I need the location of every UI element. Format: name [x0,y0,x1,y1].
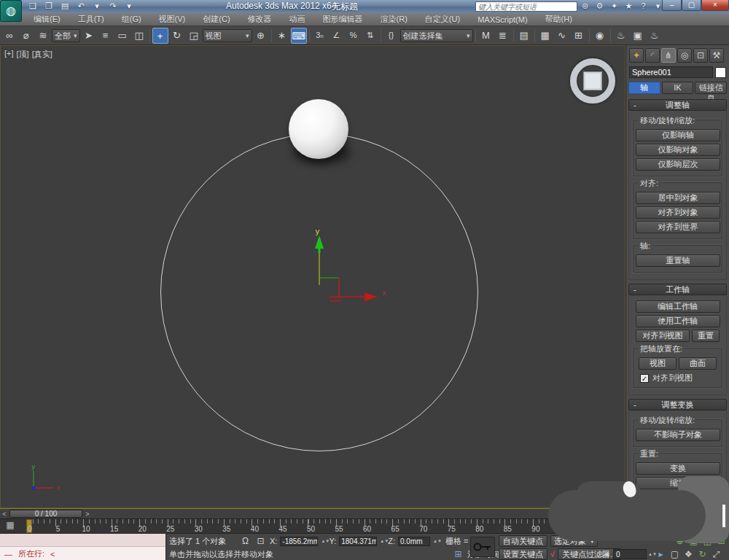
material-editor-icon[interactable]: ◉ [592,28,608,44]
reset-pivot-button[interactable]: 重置轴 [636,254,720,267]
render-production-icon[interactable]: ♨ [647,28,663,44]
maximize-viewport-icon[interactable]: ⤢ [710,548,722,560]
spinner-snap-icon[interactable]: ⇅ [362,28,378,44]
trackbar-next-icon[interactable]: > [83,510,92,518]
use-pivot-center-icon[interactable]: ⊕ [253,28,269,44]
object-name-field[interactable]: Sphere001 [629,66,713,78]
maximize-button[interactable]: ▢ [682,0,701,11]
select-and-link-icon[interactable]: ∞ [1,28,17,44]
tab-utilities-icon[interactable]: ⚒ [709,48,724,63]
z-spinner[interactable]: ▲▼ [433,539,438,543]
keyboard-override-icon[interactable]: ⌨ [291,28,307,44]
named-selection-sets-dropdown[interactable]: 创建选择集 ▾ [400,29,473,42]
key-filter-check-icon[interactable]: √ [550,550,555,559]
redo-dropdown-icon[interactable]: ▾ [122,1,136,12]
viewport-top[interactable]: [+] [顶] [真实] y x y [0,45,625,508]
menu-item-7[interactable]: 图形编辑器 [314,14,372,25]
select-and-rotate-icon[interactable]: ↻ [169,28,185,44]
edit-working-pivot-button[interactable]: 编辑工作轴 [636,300,720,313]
viewcube[interactable] [570,58,615,104]
save-file-icon[interactable]: ▤ [58,1,71,12]
menu-item-0[interactable]: 编辑(E) [25,14,69,25]
sphere-object[interactable] [289,99,348,159]
set-key-button[interactable]: 设置关键点 [499,548,547,560]
select-and-manipulate-icon[interactable]: ∗ [274,28,290,44]
curve-editor-icon[interactable]: ∿ [554,28,570,44]
communication-center-icon[interactable]: ✦ [609,1,620,12]
reset-transform-button[interactable]: 变换 [636,462,720,475]
infocenter-search-input[interactable] [475,1,577,12]
key-mode-toggle-icon[interactable]: ▸ [655,548,667,560]
mirror-icon[interactable]: M [478,28,494,44]
align-to-object-button[interactable]: 对齐到对象 [636,206,720,219]
trackbar-prev-icon[interactable]: < [0,510,9,518]
menu-item-8[interactable]: 渲染(R) [372,14,416,25]
tab-display-icon[interactable]: ⊡ [693,48,708,63]
z-coordinate-field[interactable]: 0.0mm [398,537,430,546]
subtab-ik[interactable]: IK [662,82,694,94]
angle-snap-icon[interactable]: ∠ [329,28,345,44]
pan-hand-icon[interactable]: ❖ [682,548,695,560]
listener-input-row[interactable] [0,534,165,547]
viewport-menu-general[interactable]: [+] [4,49,14,60]
rectangular-selection-icon[interactable]: ▭ [114,28,130,44]
bind-to-spacewarp-icon[interactable]: ≋ [35,28,51,44]
auto-key-button[interactable]: 自动关键点 [499,535,547,547]
search-icon[interactable]: ⊚ [580,1,590,12]
rollout-adjust-transform-header[interactable]: - 调整变换 [628,399,727,411]
close-button[interactable]: × [701,0,729,11]
favorites-icon[interactable]: ★ [623,1,634,12]
panel-scrollbar[interactable] [722,505,725,527]
selection-lock-icon[interactable]: Ω [239,535,252,547]
help-icon[interactable]: ? [638,1,649,12]
edit-named-selection-sets-icon[interactable]: {} [383,28,399,44]
subtab-link-info[interactable]: 链接信息 [695,82,727,94]
region-zoom-icon[interactable]: ▢ [668,548,681,560]
y-coordinate-field[interactable]: 1804.371mm [339,537,377,546]
align-to-view-checkbox[interactable]: ✓ [640,374,649,383]
open-file-icon[interactable]: ❒ [42,1,55,12]
set-keys-button[interactable] [470,537,495,557]
layer-manager-icon[interactable]: ▤ [516,28,532,44]
timeline-menu-icon[interactable]: ▦ [2,518,18,532]
use-working-pivot-button[interactable]: 使用工作轴 [636,315,720,327]
render-setup-icon[interactable]: ♨ [613,28,629,44]
select-object-icon[interactable]: ➤ [81,28,97,44]
app-menu-button[interactable]: ◍ [0,0,22,22]
tab-modify-icon[interactable]: ◜ [645,48,660,63]
select-and-scale-icon[interactable]: ◲ [186,28,202,44]
menu-item-3[interactable]: 视图(V) [150,14,195,25]
viewport-menu-view[interactable]: [顶] [17,49,29,60]
tab-create-icon[interactable]: ✦ [629,48,644,63]
menu-item-1[interactable]: 工具(T) [69,14,113,25]
maxscript-mini-listener[interactable]: — 所在行: < [0,534,166,560]
schematic-view-icon[interactable]: ⊞ [571,28,587,44]
place-pivot-surface-button[interactable]: 曲面 [679,357,717,370]
object-color-swatch[interactable] [715,67,726,78]
new-file-icon[interactable]: ❏ [26,1,39,12]
frame-spinner[interactable]: ▲▼ [648,552,653,556]
rollout-working-pivot-header[interactable]: - 工作轴 [628,284,727,295]
dont-affect-children-button[interactable]: 不影响子对象 [636,429,720,441]
minimize-button[interactable]: – [662,0,682,11]
menu-item-10[interactable]: MAXScript(M) [469,15,536,24]
align-to-world-button[interactable]: 对齐到世界 [636,221,720,233]
align-to-view-button[interactable]: 对齐到视图 [636,330,690,342]
menu-item-9[interactable]: 自定义(U) [416,14,469,25]
align-icon[interactable]: ≣ [495,28,511,44]
subscription-icon[interactable]: ⚙ [594,1,605,12]
affect-hierarchy-only-button[interactable]: 仅影响层次 [636,158,720,171]
x-coordinate-field[interactable]: -1856.2mm [280,537,318,546]
select-and-move-icon[interactable]: + [152,28,168,44]
redo-icon[interactable]: ↷ [106,1,120,12]
time-tag-icon[interactable]: ⊞ [452,548,464,560]
menu-item-11[interactable]: 帮助(H) [537,14,581,25]
x-spinner[interactable]: ▲▼ [321,539,326,543]
window-crossing-icon[interactable]: ◫ [131,28,147,44]
place-pivot-view-button[interactable]: 视图 [639,357,677,370]
snap-toggle-3d-icon[interactable]: 3ₙ [312,28,328,44]
rendered-frame-window-icon[interactable]: ▣ [630,28,646,44]
undo-dropdown-icon[interactable]: ▾ [90,1,104,12]
percent-snap-icon[interactable]: % [346,28,362,44]
tab-hierarchy-icon[interactable]: ⋔ [661,48,676,63]
